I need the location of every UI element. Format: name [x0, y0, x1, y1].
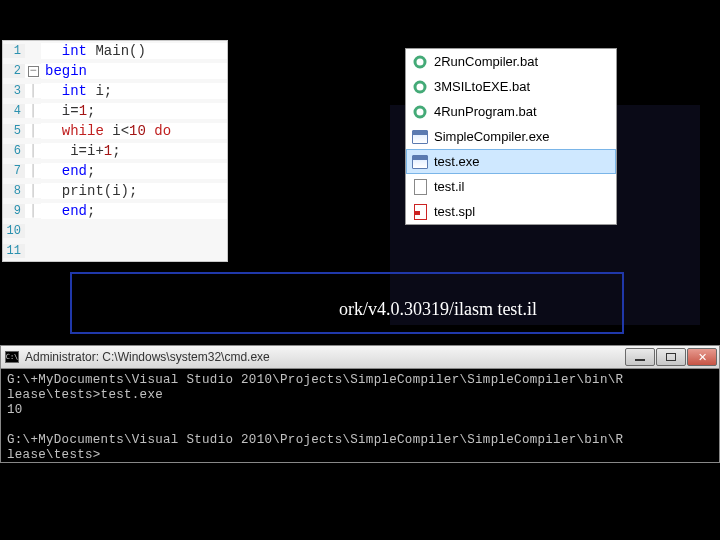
- code-line[interactable]: 2−begin: [3, 61, 227, 81]
- line-number: 2: [3, 64, 25, 78]
- gear-icon: [412, 104, 428, 120]
- fold-gutter[interactable]: │: [25, 184, 41, 198]
- cmd-output[interactable]: G:\+MyDocuments\Visual Studio 2010\Proje…: [0, 369, 720, 463]
- fold-gutter[interactable]: │: [25, 84, 41, 98]
- svg-rect-6: [667, 354, 676, 361]
- fold-gutter[interactable]: │: [25, 204, 41, 218]
- fold-gutter[interactable]: │: [25, 124, 41, 138]
- overlay-line1-front: > SimpleCompiler.ex: [80, 278, 234, 298]
- command-overlay: > SimpleCompiler.ex > %Windir%/micro ork…: [70, 272, 624, 334]
- fold-gutter[interactable]: −: [25, 64, 41, 78]
- cmd-title-text: Administrator: C:\Windows\system32\cmd.e…: [25, 350, 270, 364]
- file-name: 2RunCompiler.bat: [434, 54, 538, 69]
- code-line[interactable]: 1 int Main(): [3, 41, 227, 61]
- code-text[interactable]: i=1;: [41, 103, 227, 119]
- code-text[interactable]: int i;: [41, 83, 227, 99]
- svg-point-5: [418, 110, 422, 114]
- file-row[interactable]: 3MSILtoEXE.bat: [406, 74, 616, 99]
- code-line[interactable]: 9│ end;: [3, 201, 227, 221]
- pdf-icon: [412, 204, 428, 220]
- file-name: SimpleCompiler.exe: [434, 129, 550, 144]
- code-line[interactable]: 4│ i=1;: [3, 101, 227, 121]
- svg-point-1: [418, 60, 422, 64]
- file-name: 3MSILtoEXE.bat: [434, 79, 530, 94]
- file-name: 4RunProgram.bat: [434, 104, 537, 119]
- fold-gutter[interactable]: │: [25, 164, 41, 178]
- file-row[interactable]: test.il: [406, 174, 616, 199]
- overlay-line2-back: ork/v4.0.30319/ilasm test.il: [222, 299, 537, 319]
- file-row[interactable]: SimpleCompiler.exe: [406, 124, 616, 149]
- code-line[interactable]: 5│ while i<10 do: [3, 121, 227, 141]
- code-text[interactable]: end;: [41, 163, 227, 179]
- code-text[interactable]: print(i);: [41, 183, 227, 199]
- line-number: 3: [3, 84, 25, 98]
- file-name: test.spl: [434, 204, 475, 219]
- fold-gutter[interactable]: │: [25, 144, 41, 158]
- cmd-window: C:\ Administrator: C:\Windows\system32\c…: [0, 345, 720, 465]
- code-editor[interactable]: 1 int Main()2−begin3│ int i;4│ i=1;5│ wh…: [2, 40, 228, 262]
- code-line[interactable]: 7│ end;: [3, 161, 227, 181]
- page-icon: [412, 179, 428, 195]
- close-button[interactable]: ✕: [687, 348, 717, 366]
- application-icon: [412, 154, 428, 170]
- line-number: 10: [3, 224, 25, 238]
- minimize-button[interactable]: [625, 348, 655, 366]
- gear-icon: [412, 79, 428, 95]
- code-text[interactable]: i=i+1;: [41, 143, 227, 159]
- code-line[interactable]: 3│ int i;: [3, 81, 227, 101]
- code-text[interactable]: int Main(): [41, 43, 227, 59]
- code-text[interactable]: while i<10 do: [41, 123, 227, 139]
- file-row[interactable]: 4RunProgram.bat: [406, 99, 616, 124]
- line-number: 9: [3, 204, 25, 218]
- line-number: 11: [3, 244, 25, 258]
- code-text[interactable]: end;: [41, 203, 227, 219]
- line-number: 7: [3, 164, 25, 178]
- line-number: 5: [3, 124, 25, 138]
- cmd-titlebar[interactable]: C:\ Administrator: C:\Windows\system32\c…: [0, 345, 720, 369]
- maximize-button[interactable]: [656, 348, 686, 366]
- fold-collapse-icon[interactable]: −: [28, 66, 39, 77]
- code-text[interactable]: begin: [41, 63, 227, 79]
- cmd-icon: C:\: [5, 351, 19, 363]
- line-number: 6: [3, 144, 25, 158]
- fold-gutter[interactable]: │: [25, 104, 41, 118]
- file-list[interactable]: 2RunCompiler.bat3MSILtoEXE.bat4RunProgra…: [405, 48, 617, 225]
- line-number: 1: [3, 44, 25, 58]
- file-row[interactable]: test.exe: [406, 149, 616, 174]
- code-line[interactable]: 8│ print(i);: [3, 181, 227, 201]
- file-name: test.il: [434, 179, 464, 194]
- code-line[interactable]: 10: [3, 221, 227, 241]
- gear-icon: [412, 54, 428, 70]
- code-line[interactable]: 6│ i=i+1;: [3, 141, 227, 161]
- file-row[interactable]: 2RunCompiler.bat: [406, 49, 616, 74]
- line-number: 4: [3, 104, 25, 118]
- code-line[interactable]: 11: [3, 241, 227, 261]
- line-number: 8: [3, 184, 25, 198]
- overlay-line2-front: > %Windir%/micro: [80, 299, 222, 319]
- svg-point-3: [418, 85, 422, 89]
- file-row[interactable]: test.spl: [406, 199, 616, 224]
- file-name: test.exe: [434, 154, 480, 169]
- application-icon: [412, 129, 428, 145]
